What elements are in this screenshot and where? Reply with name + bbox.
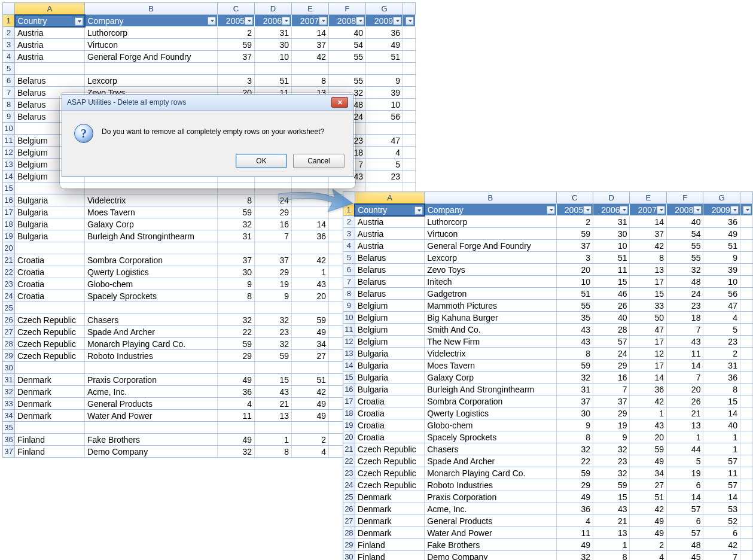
cell[interactable]: 36 (630, 384, 666, 395)
cell[interactable]: Acme, Inc. (85, 386, 218, 398)
column-header[interactable]: E (292, 3, 329, 15)
cell[interactable]: Virtucon (425, 228, 556, 240)
cell[interactable]: 14 (630, 216, 666, 228)
column-header[interactable]: E (630, 192, 666, 204)
cell[interactable]: Qwerty Logistics (85, 266, 218, 278)
row-header[interactable]: 23 (343, 467, 355, 479)
cell[interactable]: 2 (292, 434, 329, 446)
cell[interactable]: 26 (666, 395, 703, 407)
row-header[interactable]: 22 (3, 266, 15, 278)
cell[interactable]: Monarch Playing Card Co. (85, 338, 218, 350)
cell[interactable] (740, 395, 752, 407)
cell[interactable] (218, 362, 255, 374)
cell[interactable]: General Forge And Foundry (85, 51, 218, 63)
cell[interactable] (740, 384, 752, 395)
row-header[interactable]: 15 (343, 372, 355, 384)
cell[interactable]: Croatia (15, 266, 85, 278)
cell[interactable] (403, 111, 416, 123)
cell[interactable]: Burleigh And Stronginthearm (425, 384, 556, 395)
cell[interactable]: 17 (630, 360, 666, 372)
cell[interactable]: 49 (366, 39, 403, 51)
cell[interactable]: Luthorcorp (85, 27, 218, 39)
row-header[interactable]: 10 (3, 123, 15, 135)
cell[interactable]: 30 (556, 407, 593, 419)
cell[interactable]: 42 (630, 503, 666, 515)
cell[interactable]: 59 (218, 39, 255, 51)
cell[interactable]: 1 (703, 443, 740, 455)
row-header[interactable]: 14 (343, 360, 355, 372)
cell[interactable]: 43 (292, 278, 329, 290)
cell[interactable]: 43 (556, 336, 593, 348)
cell[interactable]: 43 (630, 419, 666, 431)
cell[interactable] (292, 63, 329, 75)
cell[interactable]: Globo-chem (425, 419, 556, 431)
cell[interactable]: Austria (355, 240, 424, 252)
cell[interactable]: 7 (593, 384, 629, 395)
row-header[interactable]: 24 (343, 479, 355, 491)
cell[interactable]: 49 (630, 527, 666, 539)
cell[interactable]: 37 (556, 395, 593, 407)
cell[interactable]: 8 (292, 75, 329, 87)
cell[interactable]: 8 (556, 348, 593, 360)
cell[interactable]: 5 (703, 324, 740, 336)
cell[interactable]: 4 (630, 551, 666, 561)
column-header[interactable]: F (329, 3, 366, 15)
cell[interactable] (740, 372, 752, 384)
cell[interactable]: 51 (255, 75, 292, 87)
dialog-close-button[interactable]: ✕ (331, 97, 348, 108)
cell[interactable]: Belarus (355, 264, 424, 276)
table-header-cell[interactable]: Country (355, 204, 424, 216)
cell[interactable]: 21 (666, 407, 703, 419)
cell[interactable]: Demo Company (85, 446, 218, 458)
cell[interactable] (15, 422, 85, 434)
cell[interactable]: Croatia (15, 254, 85, 266)
cell[interactable]: 9 (556, 419, 593, 431)
row-header[interactable]: 30 (343, 551, 355, 561)
row-header[interactable]: 18 (3, 218, 15, 230)
cell[interactable]: 57 (666, 527, 703, 539)
cell[interactable]: 37 (255, 254, 292, 266)
cell[interactable]: 19 (255, 278, 292, 290)
cell[interactable]: 15 (593, 276, 629, 288)
cell[interactable]: 6 (703, 527, 740, 539)
row-header[interactable]: 9 (343, 300, 355, 312)
cell[interactable] (403, 27, 416, 39)
cell[interactable]: Zevo Toys (425, 264, 556, 276)
cell[interactable] (740, 300, 752, 312)
cell[interactable]: 43 (255, 386, 292, 398)
cell[interactable]: Lexcorp (85, 75, 218, 87)
cell[interactable]: 32 (593, 443, 629, 455)
row-header[interactable]: 17 (3, 206, 15, 218)
cell[interactable]: Monarch Playing Card Co. (425, 467, 556, 479)
cell[interactable] (403, 51, 416, 63)
cell[interactable] (740, 288, 752, 300)
cell[interactable]: Moes Tavern (85, 206, 218, 218)
cell[interactable]: 10 (703, 276, 740, 288)
row-header[interactable]: 3 (3, 39, 15, 51)
cell[interactable]: 34 (630, 467, 666, 479)
cell[interactable]: 51 (292, 374, 329, 386)
cell[interactable]: 14 (703, 407, 740, 419)
cell[interactable] (740, 264, 752, 276)
row-header[interactable]: 29 (3, 350, 15, 362)
cell[interactable]: 49 (556, 491, 593, 503)
cell[interactable] (740, 515, 752, 527)
cell[interactable] (740, 455, 752, 467)
cell[interactable]: 14 (630, 372, 666, 384)
cell[interactable]: 36 (292, 230, 329, 242)
cell[interactable] (403, 159, 416, 171)
cell[interactable]: Gadgetron (425, 288, 556, 300)
cell[interactable]: 22 (218, 326, 255, 338)
cell[interactable] (403, 135, 416, 147)
column-header[interactable] (403, 3, 416, 15)
cell[interactable] (255, 302, 292, 314)
cell[interactable]: Croatia (15, 290, 85, 302)
cell[interactable] (255, 362, 292, 374)
cell[interactable]: Bulgaria (15, 230, 85, 242)
cell[interactable]: 13 (255, 410, 292, 422)
cell[interactable]: 19 (666, 467, 703, 479)
row-header[interactable]: 25 (3, 302, 15, 314)
row-header[interactable]: 27 (343, 515, 355, 527)
cell[interactable] (740, 228, 752, 240)
cell[interactable]: Demo Company (425, 551, 556, 561)
